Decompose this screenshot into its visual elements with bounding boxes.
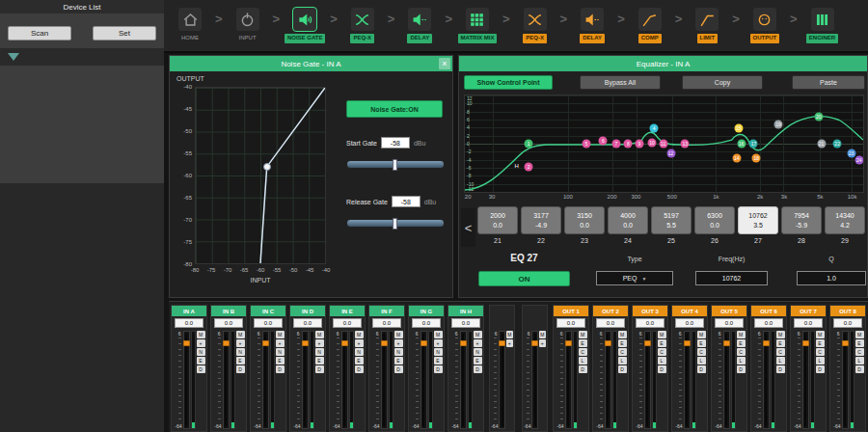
eq-point-10[interactable]: 10	[648, 139, 657, 148]
toolbar-item-limit[interactable]: LIMIT	[683, 8, 731, 42]
fader-handle[interactable]	[842, 340, 849, 346]
eq-band-cell-23[interactable]: 31500.0	[564, 206, 605, 234]
channel-button-c[interactable]: C	[579, 348, 587, 356]
eq-point-20[interactable]: 20	[814, 113, 823, 122]
fader-handle[interactable]	[302, 340, 309, 346]
eq-point-22[interactable]: 22	[833, 140, 842, 148]
start-gate-slider-handle[interactable]	[393, 159, 397, 171]
channel-gain-value[interactable]: 0.0	[636, 318, 665, 328]
eq-button-paste[interactable]: Paste	[792, 75, 865, 90]
channel-button-n[interactable]: N	[394, 348, 403, 356]
channel-label[interactable]: IN E	[330, 306, 365, 316]
channel-label[interactable]: OUT 3	[633, 306, 667, 316]
release-gate-slider-handle[interactable]	[393, 218, 397, 230]
channel-button-m[interactable]: M	[658, 331, 666, 338]
channel-button-n[interactable]: N	[474, 348, 482, 356]
set-button[interactable]: Set	[93, 26, 156, 40]
channel-gain-value[interactable]: 0.0	[675, 318, 704, 328]
equalizer-graph[interactable]: 121086420-2-4-6-8-10-12 H124567891011121…	[464, 94, 864, 193]
eq-button-bypass-all[interactable]: Bypass All	[580, 75, 661, 90]
channel-button-d[interactable]: D	[579, 365, 587, 373]
channel-fader[interactable]	[531, 331, 537, 429]
toolbar-item-home[interactable]: HOME	[166, 8, 214, 42]
channel-button-m[interactable]: M	[434, 331, 443, 338]
channel-button-polarity[interactable]: +	[276, 339, 285, 347]
channel-gain-value[interactable]: 0.0	[794, 318, 823, 328]
eq-q-field[interactable]: 1.0	[797, 271, 866, 285]
channel-fader[interactable]	[381, 331, 388, 429]
channel-fader[interactable]	[842, 331, 849, 429]
eq-on-button[interactable]: ON	[478, 271, 570, 286]
eq-band-cell-27[interactable]: 107623.5	[738, 206, 778, 234]
channel-button-e[interactable]: E	[697, 339, 706, 347]
channel-button-e[interactable]: E	[579, 339, 587, 347]
channel-label[interactable]: OUT 8	[830, 306, 865, 316]
channel-label[interactable]: OUT 5	[712, 306, 746, 316]
channel-button-e[interactable]: E	[355, 357, 364, 364]
eq-button-show-control-point[interactable]: Show Control Point	[464, 75, 553, 90]
channel-button-n[interactable]: N	[434, 348, 443, 356]
toolbar-item-delay[interactable]: DELAY	[395, 8, 444, 42]
channel-button-m[interactable]: M	[776, 331, 785, 338]
eq-point-17[interactable]: 17	[749, 140, 758, 148]
channel-gain-value[interactable]: 0.0	[254, 318, 283, 328]
toolbar-item-input[interactable]: INPUT	[224, 8, 272, 42]
channel-button-n[interactable]: N	[197, 348, 205, 356]
channel-gain-value[interactable]: 0.0	[754, 318, 783, 328]
eq-band-cell-24[interactable]: 40000.0	[608, 206, 648, 234]
channel-label[interactable]: IN D	[290, 306, 325, 316]
channel-button-e[interactable]: E	[236, 357, 245, 364]
channel-button-e[interactable]: E	[618, 339, 627, 347]
eq-point-7[interactable]: 7	[611, 140, 620, 148]
channel-button-polarity[interactable]: +	[355, 339, 364, 347]
fader-handle[interactable]	[223, 340, 230, 346]
eq-point-2[interactable]: 2	[525, 163, 533, 172]
channel-label[interactable]: IN C	[251, 306, 285, 316]
eq-point-24[interactable]: 24	[854, 156, 863, 165]
scan-button[interactable]: Scan	[8, 26, 71, 40]
start-gate-value[interactable]: -58	[381, 137, 410, 148]
channel-button-m[interactable]: M	[236, 331, 245, 338]
channel-button-c[interactable]: C	[816, 348, 825, 356]
eq-freq-field[interactable]: 10762	[695, 271, 768, 285]
channel-fader[interactable]	[183, 331, 190, 429]
channel-button-e[interactable]: E	[474, 357, 482, 364]
channel-fader[interactable]	[723, 331, 730, 429]
toolbar-item-peq-x[interactable]: PEQ-X	[339, 8, 387, 42]
channel-button-l[interactable]: L	[737, 357, 746, 364]
channel-button-m[interactable]: M	[737, 331, 746, 338]
channel-label[interactable]: OUT 4	[672, 306, 707, 316]
eq-point-8[interactable]: 8	[624, 140, 633, 148]
fader-handle[interactable]	[381, 340, 388, 346]
channel-button-n[interactable]: N	[355, 348, 364, 356]
gate-threshold-handle[interactable]	[263, 163, 271, 171]
channel-button-l[interactable]: L	[658, 357, 666, 364]
channel-button-polarity[interactable]: +	[434, 339, 443, 347]
channel-button-e[interactable]: E	[816, 339, 825, 347]
channel-button-d[interactable]: D	[658, 365, 666, 373]
channel-button-d[interactable]: D	[315, 365, 324, 373]
fader-handle[interactable]	[499, 340, 504, 346]
start-gate-slider[interactable]	[346, 160, 445, 169]
channel-label[interactable]: OUT 6	[751, 306, 786, 316]
channel-button-l[interactable]: L	[579, 357, 587, 364]
eq-point-5[interactable]: 5	[582, 140, 590, 148]
channel-button-e[interactable]: E	[658, 339, 666, 347]
channel-button-d[interactable]: D	[236, 365, 245, 373]
channel-button-m[interactable]: M	[539, 331, 546, 338]
toolbar-item-enginer[interactable]: ENGINER	[799, 8, 847, 42]
fader-handle[interactable]	[183, 340, 190, 346]
fader-handle[interactable]	[684, 340, 691, 346]
eq-band-cell-22[interactable]: 3177-4.9	[521, 206, 561, 234]
noise-gate-graph[interactable]	[195, 87, 326, 264]
fader-handle[interactable]	[531, 340, 537, 346]
channel-button-polarity[interactable]: +	[506, 339, 513, 347]
channel-fader[interactable]	[460, 331, 467, 429]
fader-handle[interactable]	[763, 340, 770, 346]
channel-label[interactable]: IN H	[448, 306, 483, 316]
eq-point-19[interactable]: 19	[774, 121, 783, 129]
channel-button-d[interactable]: D	[474, 365, 482, 373]
channel-fader[interactable]	[341, 331, 348, 429]
channel-button-c[interactable]: C	[776, 348, 785, 356]
channel-button-c[interactable]: C	[618, 348, 627, 356]
